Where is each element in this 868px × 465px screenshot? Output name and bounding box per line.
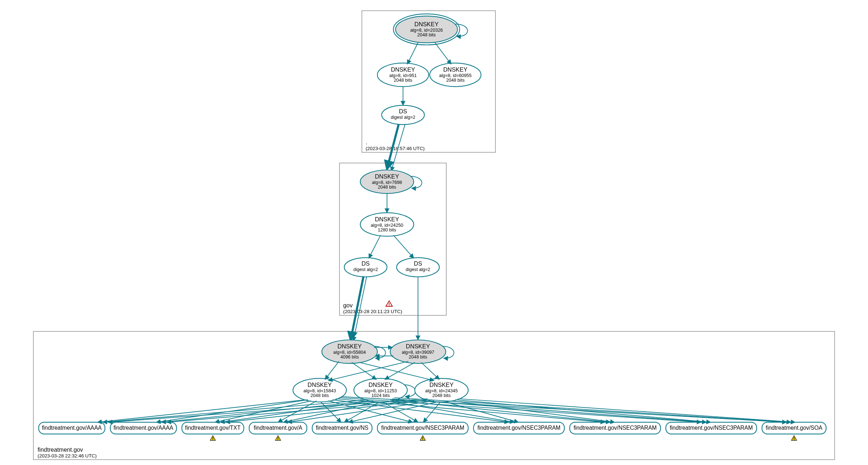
- svg-text:digest alg=2: digest alg=2: [391, 115, 415, 120]
- svg-text:DNSKEY: DNSKEY: [337, 343, 362, 349]
- rrset-a: findtreatment.gov/A !: [249, 422, 307, 441]
- svg-text:findtreatment.gov/A: findtreatment.gov/A: [254, 425, 303, 431]
- svg-text:DNSKEY: DNSKEY: [391, 66, 415, 73]
- svg-text:!: !: [277, 437, 279, 442]
- svg-text:1024 bits: 1024 bits: [371, 393, 390, 398]
- rrset-soa: findtreatment.gov/SOA !: [762, 422, 826, 441]
- svg-text:DNSKEY: DNSKEY: [414, 21, 438, 27]
- rrset-aaaa-1: findtreatment.gov/AAAA: [39, 422, 105, 434]
- svg-text:alg=8, id=60955: alg=8, id=60955: [439, 73, 472, 78]
- svg-text:findtreatment.gov/AAAA: findtreatment.gov/AAAA: [113, 425, 173, 431]
- svg-text:2048 bits: 2048 bits: [417, 32, 436, 37]
- svg-text:2048 bits: 2048 bits: [409, 355, 427, 360]
- svg-text:alg=8, id=55804: alg=8, id=55804: [333, 350, 366, 355]
- svg-text:DNSKEY: DNSKEY: [430, 382, 454, 388]
- svg-text:DNSKEY: DNSKEY: [406, 343, 430, 349]
- svg-text:!: !: [422, 437, 423, 442]
- svg-text:!: !: [388, 302, 390, 307]
- rrset-nsec3param-4: findtreatment.gov/NSEC3PARAM: [666, 422, 756, 434]
- svg-text:alg=8, id=39097: alg=8, id=39097: [402, 350, 434, 355]
- svg-text:alg=8, id=11253: alg=8, id=11253: [364, 388, 397, 393]
- svg-text:findtreatment.gov/NSEC3PARAM: findtreatment.gov/NSEC3PARAM: [670, 425, 753, 431]
- node-ft-ksk2: DNSKEY alg=8, id=39097 2048 bits: [390, 340, 454, 363]
- zone-gov-label: gov: [343, 302, 353, 308]
- node-gov-ds2: DS digest alg=2: [397, 258, 440, 277]
- zone-root-label: .: [365, 139, 367, 145]
- svg-text:digest alg=2: digest alg=2: [406, 267, 430, 272]
- svg-text:alg=8, id=7698: alg=8, id=7698: [372, 180, 402, 185]
- warning-icon: !: [420, 435, 426, 441]
- svg-text:2048 bits: 2048 bits: [446, 78, 464, 83]
- rrset-nsec3param-2: findtreatment.gov/NSEC3PARAM: [473, 422, 564, 434]
- svg-text:alg=8, id=24250: alg=8, id=24250: [371, 223, 403, 228]
- svg-text:alg=8, id=24345: alg=8, id=24345: [425, 388, 458, 393]
- svg-text:DS: DS: [414, 260, 422, 267]
- svg-text:findtreatment.gov/NS: findtreatment.gov/NS: [316, 425, 368, 431]
- svg-text:findtreatment.gov/AAAA: findtreatment.gov/AAAA: [42, 425, 102, 431]
- svg-text:1280 bits: 1280 bits: [378, 227, 396, 232]
- gov-zone-error-icon: !: [386, 301, 392, 307]
- svg-text:2048 bits: 2048 bits: [310, 393, 329, 398]
- svg-text:findtreatment.gov/SOA: findtreatment.gov/SOA: [766, 425, 823, 431]
- svg-text:2048 bits: 2048 bits: [378, 185, 396, 190]
- warning-icon: !: [275, 435, 281, 441]
- svg-text:findtreatment.gov/TXT: findtreatment.gov/TXT: [185, 425, 241, 431]
- svg-text:2048 bits: 2048 bits: [432, 393, 451, 398]
- svg-text:DS: DS: [399, 108, 407, 114]
- rrset-aaaa-2: findtreatment.gov/AAAA: [110, 422, 177, 434]
- svg-text:DS: DS: [362, 260, 370, 267]
- node-ft-ksk1: DNSKEY alg=8, id=55804 4096 bits: [322, 340, 386, 363]
- svg-text:findtreatment.gov/NSEC3PARAM: findtreatment.gov/NSEC3PARAM: [381, 425, 464, 431]
- node-ft-zsk1: DNSKEY alg=8, id=15843 2048 bits: [293, 378, 346, 402]
- node-root-zsk1: DNSKEY alg=8, id=951 2048 bits: [377, 63, 429, 86]
- node-gov-ds1: DS digest alg=2: [344, 258, 387, 277]
- svg-text:DNSKEY: DNSKEY: [368, 382, 392, 388]
- rrset-txt: findtreatment.gov/TXT !: [182, 422, 244, 441]
- rrset-nsec3param-3: findtreatment.gov/NSEC3PARAM: [570, 422, 660, 434]
- svg-text:DNSKEY: DNSKEY: [443, 66, 467, 73]
- node-root-ksk: DNSKEY alg=8, id=20326 2048 bits: [394, 14, 468, 45]
- svg-text:DNSKEY: DNSKEY: [375, 216, 399, 222]
- warning-icon: !: [210, 435, 215, 441]
- svg-text:alg=8, id=15843: alg=8, id=15843: [303, 388, 336, 393]
- svg-text:alg=8, id=20326: alg=8, id=20326: [410, 28, 442, 33]
- svg-text:2048 bits: 2048 bits: [394, 78, 412, 83]
- node-ft-zsk3: DNSKEY alg=8, id=24345 2048 bits: [415, 378, 468, 402]
- node-gov-zsk: DNSKEY alg=8, id=24250 1280 bits: [360, 213, 414, 236]
- zone-findtreatment-timestamp: (2023-03-28 22:32:46 UTC): [38, 453, 97, 459]
- zone-gov-timestamp: (2023-03-28 20:11:23 UTC): [343, 309, 402, 314]
- zone-findtreatment-label: findtreatment.gov: [38, 446, 83, 453]
- svg-text:findtreatment.gov/NSEC3PARAM: findtreatment.gov/NSEC3PARAM: [573, 425, 656, 431]
- svg-text:DNSKEY: DNSKEY: [375, 173, 399, 180]
- dnssec-chain-diagram: . (2023-03-28 18:57:46 UTC) DNSKEY alg=8…: [0, 0, 868, 465]
- svg-text:!: !: [212, 437, 214, 442]
- zone-root-timestamp: (2023-03-28 18:57:46 UTC): [365, 146, 424, 151]
- svg-text:digest alg=2: digest alg=2: [353, 267, 378, 272]
- svg-text:4096 bits: 4096 bits: [340, 355, 359, 360]
- node-gov-ksk: DNSKEY alg=8, id=7698 2048 bits: [360, 170, 422, 193]
- svg-text:findtreatment.gov/NSEC3PARAM: findtreatment.gov/NSEC3PARAM: [477, 425, 560, 431]
- node-root-zsk2: DNSKEY alg=8, id=60955 2048 bits: [430, 63, 481, 86]
- svg-text:!: !: [793, 437, 795, 442]
- svg-text:DNSKEY: DNSKEY: [308, 382, 332, 388]
- warning-icon: !: [791, 435, 797, 441]
- svg-text:alg=8, id=951: alg=8, id=951: [389, 73, 417, 78]
- rrset-ns: findtreatment.gov/NS: [312, 422, 372, 434]
- node-root-ds: DS digest alg=2: [382, 105, 424, 125]
- rrset-nsec3param-1: findtreatment.gov/NSEC3PARAM !: [377, 422, 468, 441]
